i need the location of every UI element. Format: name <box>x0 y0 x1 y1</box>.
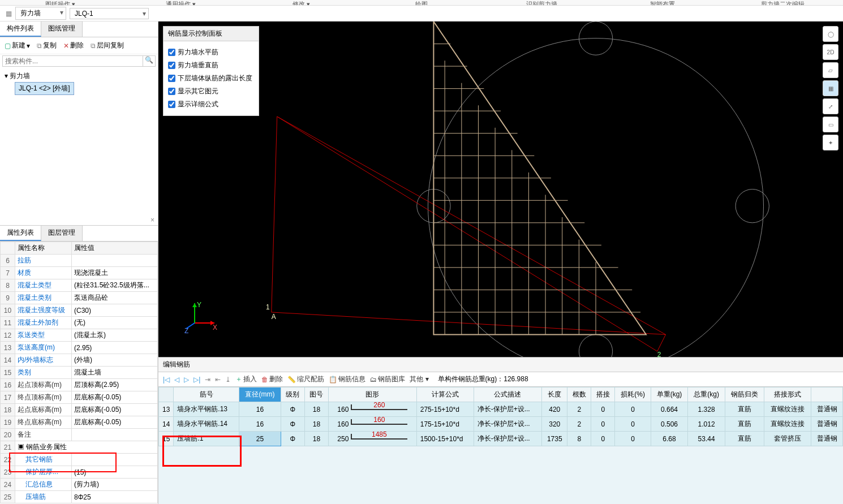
rebar-row[interactable]: 13 墙身水平钢筋.13 16 Φ18 160260 275-15+10*d 净… <box>159 402 843 417</box>
prop-row[interactable]: 6拉筋 <box>1 255 158 267</box>
rebar-col-header[interactable]: 级别 <box>281 387 304 402</box>
rebar-col-header[interactable]: 公式描述 <box>474 387 542 402</box>
prop-row[interactable]: 19终点底标高(m)层底标高(-0.05) <box>1 416 158 429</box>
rebar-col-header[interactable]: 筋号 <box>174 387 239 402</box>
tool-a-icon[interactable]: ⇥ <box>205 376 210 384</box>
delete-rebar-button[interactable]: 🗑删除 <box>261 374 283 384</box>
prop-row[interactable]: 23保护层厚...(15) <box>1 466 158 479</box>
cube-solid-icon[interactable]: ▦ <box>823 80 838 96</box>
rebar-col-header[interactable]: 总重(kg) <box>688 387 725 402</box>
prop-row[interactable]: 17终点顶标高(m)层底标高(-0.05) <box>1 391 158 404</box>
settings-icon[interactable]: ✦ <box>823 135 838 150</box>
prop-header-name: 属性名称 <box>15 242 72 255</box>
ribbon-item[interactable]: 剪力墙二次编辑 <box>722 0 843 5</box>
rebar-col-header[interactable]: 图号 <box>304 387 328 402</box>
scale-button[interactable]: 📏缩尺配筋 <box>287 374 324 384</box>
prop-group[interactable]: 21▣ 钢筋业务属性 <box>1 441 158 454</box>
svg-text:Z: Z <box>184 327 188 334</box>
prop-row[interactable]: 9混凝土类别泵送商品砼 <box>1 292 158 304</box>
3d-viewport[interactable]: 钢筋显示控制面板 剪力墙水平筋剪力墙垂直筋下层墙体纵筋的露出长度显示其它图元显示… <box>158 21 843 357</box>
ribbon-item[interactable]: 图纸操作 ▾ <box>0 0 121 5</box>
prop-row[interactable]: 8混凝土类型(粒径31.5砼32.5级坍落... <box>1 279 158 292</box>
tab-properties[interactable]: 属性列表 <box>0 226 41 241</box>
region-icon[interactable]: ▭ <box>823 117 838 132</box>
ribbon: 图纸操作 ▾ 通用操作 ▾ 修改 ▾ 绘图 识别剪力墙 智能布置 剪力墙二次编辑 <box>0 0 843 6</box>
component-type-dropdown[interactable]: 剪力墙 <box>15 7 66 20</box>
prop-row[interactable]: 22其它钢筋 <box>1 454 158 466</box>
rebar-col-header[interactable]: 图形 <box>328 387 416 402</box>
rebar-row[interactable]: 14 墙身水平钢筋.14 16 Φ18 160160 175-15+10*d 净… <box>159 417 843 432</box>
orbit-icon[interactable]: ◯ <box>823 26 838 42</box>
copy-icon: ⧉ <box>37 42 42 50</box>
search-button[interactable]: 🔍 <box>143 56 155 66</box>
prop-row[interactable]: 20备注 <box>1 429 158 441</box>
axis-gizmo: X Y Z <box>183 300 217 334</box>
rebar-col-header[interactable]: 搭接形式 <box>764 387 811 402</box>
rebar-col-header[interactable]: 单重(kg) <box>651 387 688 402</box>
nav-last-icon[interactable]: ▷| <box>193 376 200 384</box>
new-button[interactable]: ▢新建 ▾ <box>2 40 32 51</box>
prop-row[interactable]: 7材质现浇混凝土 <box>1 267 158 279</box>
view-toolbar: ◯ 2D ▱ ▦ ⤢ ▭ ✦ <box>823 26 840 150</box>
rebar-col-header[interactable]: 损耗(%) <box>615 387 651 402</box>
tab-layer-mgmt[interactable]: 图层管理 <box>41 226 83 241</box>
tab-drawing-mgmt[interactable]: 图纸管理 <box>41 21 83 37</box>
prop-row[interactable]: 12泵送类型(混凝土泵) <box>1 329 158 342</box>
rebar-table[interactable]: 筋号直径(mm)级别图号图形计算公式公式描述长度根数搭接损耗(%)单重(kg)总… <box>158 387 843 504</box>
ruler-icon: 📏 <box>287 376 296 384</box>
ribbon-item[interactable]: 智能布置 <box>602 0 722 5</box>
layer-copy-button[interactable]: ⧉层间复制 <box>88 40 126 51</box>
nav-next-icon[interactable]: ▷ <box>184 376 189 384</box>
prop-row[interactable]: 15类别混凝土墙 <box>1 367 158 379</box>
prop-row[interactable]: 16起点顶标高(m)层顶标高(2.95) <box>1 379 158 391</box>
prop-header-value: 属性值 <box>72 242 158 255</box>
prop-row[interactable]: 10混凝土强度等级(C30) <box>1 304 158 317</box>
rebar-col-header[interactable]: 根数 <box>567 387 591 402</box>
prop-row[interactable]: 25压墙筋8Φ25 <box>1 491 158 503</box>
tree-root[interactable]: ▾ 剪力墙 <box>5 70 153 82</box>
left-panel: 构件列表 图纸管理 ▢新建 ▾ ⧉复制 ✕删除 ⧉层间复制 🔍 ▾ 剪力墙 JL… <box>0 21 158 504</box>
rebar-col-header[interactable]: 计算公式 <box>416 387 474 402</box>
property-grid[interactable]: 属性名称属性值 6拉筋7材质现浇混凝土8混凝土类型(粒径31.5砼32.5级坍落… <box>0 242 158 504</box>
cube-wire-icon[interactable]: ▱ <box>823 62 838 78</box>
panel-close[interactable]: × <box>0 215 158 225</box>
prop-row[interactable]: 18起点底标高(m)层底标高(-0.05) <box>1 404 158 416</box>
fit-icon[interactable]: ⤢ <box>823 98 838 114</box>
nav-prev-icon[interactable]: ◁ <box>174 376 179 384</box>
trash-icon: 🗑 <box>261 376 268 384</box>
lib-button[interactable]: 🗂钢筋图库 <box>370 374 405 384</box>
component-instance-dropdown[interactable]: JLQ-1 <box>70 8 149 19</box>
rebar-col-header[interactable]: 搭接 <box>591 387 615 402</box>
prop-row[interactable]: 13泵送高度(m)(2.95) <box>1 342 158 354</box>
insert-icon: ＋ <box>235 374 242 384</box>
component-tree[interactable]: ▾ 剪力墙 JLQ-1 <2> [外墙] <box>0 68 158 215</box>
wall-icon: ▦ <box>6 10 12 18</box>
prop-row[interactable]: 24汇总信息(剪力墙) <box>1 479 158 491</box>
tool-b-icon[interactable]: ⇤ <box>215 376 221 384</box>
tree-item-jlq1[interactable]: JLQ-1 <2> [外墙] <box>15 82 74 95</box>
svg-point-3 <box>736 189 769 223</box>
search-input[interactable] <box>3 56 143 66</box>
nav-first-icon[interactable]: |◁ <box>163 376 170 384</box>
copy-button[interactable]: ⧉复制 <box>35 40 59 51</box>
ribbon-item[interactable]: 通用操作 ▾ <box>121 0 241 5</box>
rebar-row[interactable]: 15 压墙筋.1 25 Φ18 2501485 1500-15+10*d 净长-… <box>159 432 843 446</box>
ribbon-item[interactable]: 修改 ▾ <box>241 0 362 5</box>
info-icon: 📋 <box>329 376 337 384</box>
prop-row[interactable]: 14内/外墙标志(外墙) <box>1 354 158 367</box>
ribbon-item[interactable]: 识别剪力墙 <box>481 0 602 5</box>
insert-button[interactable]: ＋插入 <box>235 374 257 384</box>
ribbon-item[interactable]: 绘图 <box>362 0 482 5</box>
prop-row[interactable]: 11混凝土外加剂(无) <box>1 317 158 329</box>
delete-button[interactable]: ✕删除 <box>61 40 86 51</box>
rebar-col-header[interactable]: 钢筋归类 <box>725 387 764 402</box>
tab-component-list[interactable]: 构件列表 <box>0 21 41 37</box>
rebar-col-header[interactable]: 长度 <box>542 387 567 402</box>
rebar-col-header[interactable] <box>811 387 843 402</box>
tool-c-icon[interactable]: ⤓ <box>225 376 231 384</box>
rebar-col-header[interactable]: 直径(mm) <box>239 387 281 402</box>
other-button[interactable]: 其他 ▾ <box>410 374 428 384</box>
view-2d-icon[interactable]: 2D <box>823 44 838 60</box>
svg-text:2: 2 <box>657 351 661 357</box>
info-button[interactable]: 📋钢筋信息 <box>329 374 365 384</box>
